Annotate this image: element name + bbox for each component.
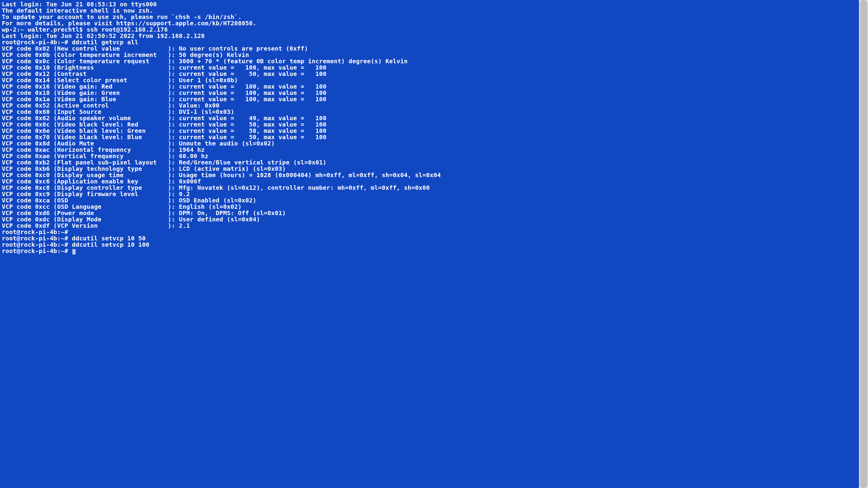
vertical-scrollbar-thumb[interactable] bbox=[860, 0, 867, 488]
terminal-line: VCP code 0xc9 (Display firmware level ):… bbox=[2, 191, 857, 197]
terminal-line: VCP code 0x70 (Video black level: Blue )… bbox=[2, 134, 857, 140]
terminal-line: VCP code 0xc6 (Application enable key ):… bbox=[2, 178, 857, 185]
terminal-line: VCP code 0x1a (Video gain: Blue ): curre… bbox=[2, 96, 857, 102]
terminal-line: VCP code 0x52 (Active control ): Value: … bbox=[2, 102, 857, 109]
terminal-cursor bbox=[72, 249, 76, 255]
terminal-line: root@rock-pi-4b:~# ddcutil setvcp 10 50 bbox=[2, 235, 857, 241]
terminal-line: root@rock-pi-4b:~# bbox=[2, 229, 857, 235]
command-text: ddcutil setvcp 10 100 bbox=[72, 241, 150, 248]
terminal-line: To update your account to use zsh, pleas… bbox=[2, 14, 857, 20]
terminal-line: root@rock-pi-4b:~# bbox=[2, 248, 857, 255]
terminal-line: VCP code 0x0b (Color temperature increme… bbox=[2, 52, 857, 58]
terminal-line: VCP code 0xd6 (Power mode ): DPM: On, DP… bbox=[2, 210, 857, 216]
terminal-line: VCP code 0x16 (Video gain: Red ): curren… bbox=[2, 84, 857, 90]
terminal-line: Last login: Tue Jun 21 08:53:13 on ttys0… bbox=[2, 1, 857, 7]
terminal-line: VCP code 0xb2 (Flat panel sub-pixel layo… bbox=[2, 159, 857, 166]
terminal-viewport[interactable]: Last login: Tue Jun 21 08:53:13 on ttys0… bbox=[0, 0, 859, 488]
terminal-line: VCP code 0xc8 (Display controller type )… bbox=[2, 185, 857, 191]
terminal-line: VCP code 0x8d (Audio Mute ): Unmute the … bbox=[2, 140, 857, 147]
terminal-line: VCP code 0x0c (Color temperature request… bbox=[2, 58, 857, 64]
terminal-line: VCP code 0x02 (New control value ): No u… bbox=[2, 45, 857, 52]
terminal-line: VCP code 0xb6 (Display technology type )… bbox=[2, 166, 857, 172]
terminal-line: VCP code 0x18 (Video gain: Green ): curr… bbox=[2, 90, 857, 96]
terminal-line: VCP code 0x14 (Select color preset ): Us… bbox=[2, 77, 857, 84]
terminal-line: VCP code 0xca (OSD ): OSD Enabled (sl=0x… bbox=[2, 197, 857, 204]
terminal-line: VCP code 0x60 (Input Source ): DVI-1 (sl… bbox=[2, 109, 857, 115]
terminal-line: VCP code 0x62 (Audio speaker volume ): c… bbox=[2, 115, 857, 121]
terminal-line: VCP code 0x12 (Contrast ): current value… bbox=[2, 71, 857, 77]
terminal-line: VCP code 0xae (Vertical frequency ): 60.… bbox=[2, 153, 857, 159]
prompt: root@rock-pi-4b:~# bbox=[2, 247, 72, 255]
terminal-line: VCP code 0x6c (Video black level: Red ):… bbox=[2, 121, 857, 128]
terminal-line: For more details, please visit https://s… bbox=[2, 20, 857, 27]
terminal-line: VCP code 0xac (Horizontal frequency ): 1… bbox=[2, 147, 857, 153]
terminal-line: root@rock-pi-4b:~# ddcutil getvcp all bbox=[2, 39, 857, 45]
terminal-line: VCP code 0xdf (VCP Version ): 2.1 bbox=[2, 223, 857, 229]
terminal-line: VCP code 0xc0 (Display usage time ): Usa… bbox=[2, 172, 857, 178]
terminal-line: wp-2:~ walter.prechtl$ ssh root@192.168.… bbox=[2, 27, 857, 33]
terminal-line: VCP code 0xcc (OSD Language ): English (… bbox=[2, 204, 857, 210]
terminal-line: VCP code 0x10 (Brightness ): current val… bbox=[2, 64, 857, 71]
terminal-line: Last login: Tue Jun 21 02:50:52 2022 fro… bbox=[2, 33, 857, 39]
terminal-line: VCP code 0x6e (Video black level: Green … bbox=[2, 128, 857, 134]
terminal-line: VCP code 0xdc (Display Mode ): User defi… bbox=[2, 216, 857, 223]
vertical-scrollbar-track[interactable] bbox=[859, 0, 868, 488]
terminal-line: The default interactive shell is now zsh… bbox=[2, 7, 857, 14]
terminal-line: root@rock-pi-4b:~# ddcutil setvcp 10 100 bbox=[2, 241, 857, 248]
